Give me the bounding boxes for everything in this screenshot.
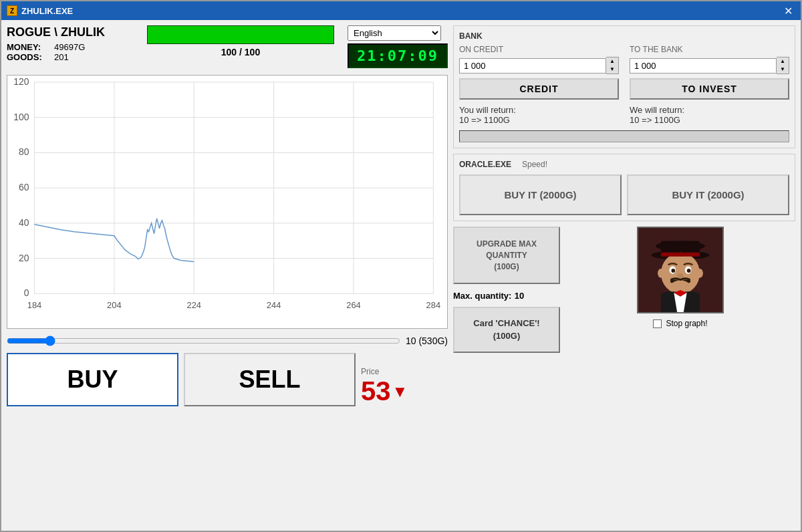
quantity-label: 10 (530G) <box>406 336 448 346</box>
on-credit-input[interactable] <box>459 58 606 74</box>
svg-text:40: 40 <box>19 217 29 228</box>
svg-text:120: 120 <box>13 76 29 87</box>
bottom-right: UPGRADE MAXQUANTITY(100G) Max. quantity:… <box>453 227 795 525</box>
title-bar: Z ZHULIK.EXE ✕ <box>1 1 801 20</box>
player-info: ROGUE \ ZHULIK MONEY: 49697G GOODS: 201 <box>7 25 140 62</box>
player-stats: MONEY: 49697G GOODS: 201 <box>7 42 140 62</box>
info-row: ROGUE \ ZHULIK MONEY: 49697G GOODS: 201 <box>7 25 448 68</box>
upgrade-button[interactable]: UPGRADE MAXQUANTITY(100G) <box>453 227 560 284</box>
svg-text:204: 204 <box>107 300 122 310</box>
money-label: MONEY: <box>7 42 43 52</box>
merchant-col: Stop graph! <box>565 227 795 525</box>
lang-section: English Russian 21:07:09 <box>348 25 448 68</box>
on-credit-up[interactable]: ▲ <box>606 57 618 65</box>
language-select[interactable]: English Russian <box>348 25 441 41</box>
to-bank-input[interactable] <box>630 58 777 74</box>
svg-point-35 <box>687 269 691 273</box>
health-bar <box>148 26 333 43</box>
bank-title: BANK <box>459 31 789 41</box>
slider-row: 10 (530G) <box>7 333 448 349</box>
on-credit-input-row: ▲ ▼ <box>459 57 619 74</box>
oracle-buttons: BUY IT (2000G) BUY IT (2000G) <box>459 174 789 215</box>
max-qty-label: Max. quantity: <box>453 291 511 301</box>
title-bar-left: Z ZHULIK.EXE <box>7 5 73 16</box>
money-value: 49697G <box>54 42 85 52</box>
left-panel: ROGUE \ ZHULIK MONEY: 49697G GOODS: 201 <box>7 25 448 525</box>
chart-wrapper: 120 100 80 60 40 20 0 184 204 224 244 26… <box>7 75 448 329</box>
health-section: 100 / 100 <box>147 25 341 57</box>
to-bank-spin: ▲ ▼ <box>777 57 789 74</box>
timer-display: 21:07:09 <box>348 43 448 68</box>
oracle-buy-btn-1[interactable]: BUY IT (2000G) <box>459 174 622 215</box>
on-credit-col: ON CREDIT ▲ ▼ CREDIT You will return: 10… <box>459 45 619 125</box>
svg-text:0: 0 <box>24 287 29 298</box>
to-bank-col: TO THE BANK ▲ ▼ TO INVEST We will return… <box>630 45 789 125</box>
oracle-buy-btn-2[interactable]: BUY IT (2000G) <box>627 174 789 215</box>
svg-point-37 <box>658 269 664 278</box>
main-content: ROGUE \ ZHULIK MONEY: 49697G GOODS: 201 <box>1 20 801 531</box>
to-bank-up[interactable]: ▲ <box>777 57 789 65</box>
svg-text:20: 20 <box>19 253 29 263</box>
on-credit-down[interactable]: ▼ <box>606 65 618 74</box>
to-bank-input-row: ▲ ▼ <box>630 57 789 74</box>
price-value: 53 ▼ <box>361 376 408 406</box>
price-chart: 120 100 80 60 40 20 0 184 204 224 244 26… <box>7 75 448 329</box>
on-credit-label: ON CREDIT <box>459 45 619 54</box>
buy-sell-row: BUY SELL Price 53 ▼ <box>7 353 448 406</box>
max-qty-value: 10 <box>515 291 524 301</box>
svg-text:100: 100 <box>13 112 29 122</box>
svg-text:244: 244 <box>267 300 281 310</box>
stop-graph-label: Stop graph! <box>666 319 707 328</box>
price-box: Price 53 ▼ <box>361 353 448 406</box>
upgrade-col: UPGRADE MAXQUANTITY(100G) Max. quantity:… <box>453 227 560 525</box>
we-will-return-value: 10 => 1100G <box>630 115 789 125</box>
close-button[interactable]: ✕ <box>781 5 795 17</box>
to-bank-down[interactable]: ▼ <box>777 65 789 74</box>
price-arrow: ▼ <box>392 382 408 401</box>
to-bank-label: TO THE BANK <box>630 45 789 54</box>
on-credit-spin: ▲ ▼ <box>606 57 619 74</box>
bank-progress-row <box>459 130 789 142</box>
bank-columns: ON CREDIT ▲ ▼ CREDIT You will return: 10… <box>459 45 789 125</box>
svg-text:264: 264 <box>346 300 361 310</box>
svg-text:60: 60 <box>19 182 29 192</box>
health-bar-container <box>147 25 334 44</box>
svg-text:224: 224 <box>186 300 201 310</box>
speed-label: Speed! <box>522 160 547 169</box>
price-label: Price <box>361 367 379 376</box>
svg-text:284: 284 <box>426 300 441 310</box>
oracle-section: ORACLE.EXE Speed! BUY IT (2000G) BUY IT … <box>453 154 795 221</box>
you-will-return-value: 10 => 1100G <box>459 115 619 125</box>
stop-graph-checkbox[interactable] <box>653 319 662 328</box>
svg-text:184: 184 <box>27 300 42 310</box>
right-panel: BANK ON CREDIT ▲ ▼ CREDIT You <box>453 25 795 525</box>
bank-section: BANK ON CREDIT ▲ ▼ CREDIT You <box>453 25 795 148</box>
merchant-portrait <box>637 227 724 313</box>
svg-point-34 <box>671 269 675 273</box>
window-title: ZHULIK.EXE <box>21 6 73 16</box>
svg-rect-31 <box>661 253 700 257</box>
app-icon: Z <box>7 5 17 16</box>
sell-button[interactable]: SELL <box>184 353 356 406</box>
goods-value: 201 <box>54 52 69 62</box>
oracle-header: ORACLE.EXE Speed! <box>459 160 789 169</box>
chance-button[interactable]: Card 'CHANCE'!(100G) <box>453 307 560 352</box>
goods-label: GOODS: <box>7 52 43 62</box>
max-qty-display: Max. quantity: 10 <box>453 289 560 301</box>
stop-graph-row: Stop graph! <box>653 319 707 328</box>
merchant-svg <box>638 227 722 313</box>
svg-point-36 <box>677 273 684 279</box>
buy-button[interactable]: BUY <box>7 353 178 406</box>
credit-button[interactable]: CREDIT <box>459 78 619 100</box>
we-will-return-label: We will return: <box>630 105 789 115</box>
main-window: Z ZHULIK.EXE ✕ ROGUE \ ZHULIK MONEY: 496… <box>0 0 802 532</box>
invest-button[interactable]: TO INVEST <box>630 78 789 100</box>
svg-text:80: 80 <box>19 146 29 157</box>
oracle-title: ORACLE.EXE <box>459 160 511 169</box>
quantity-slider[interactable] <box>7 336 400 346</box>
svg-point-38 <box>696 269 703 278</box>
price-number: 53 <box>361 376 391 406</box>
player-name: ROGUE \ ZHULIK <box>7 25 140 39</box>
you-will-return-label: You will return: <box>459 105 619 115</box>
bank-progress-bar <box>459 130 789 142</box>
